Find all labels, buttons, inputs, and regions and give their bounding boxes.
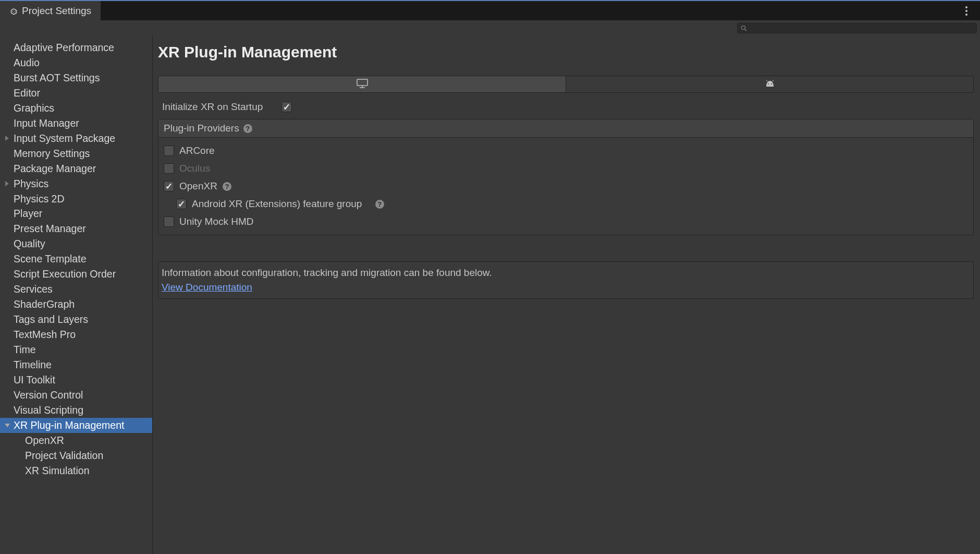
provider-openxr-label: OpenXR: [179, 180, 217, 192]
provider-openxr-checkbox[interactable]: [164, 181, 174, 191]
sidebar-item-quality[interactable]: Quality: [0, 236, 152, 251]
provider-arcore-label: ARCore: [179, 145, 215, 156]
provider-oculus-label: Oculus: [179, 163, 210, 174]
desktop-icon: [357, 79, 368, 90]
provider-mockhmd-label: Unity Mock HMD: [179, 216, 254, 227]
sidebar-item-burst-aot-settings[interactable]: Burst AOT Settings: [0, 70, 152, 86]
android-icon: [765, 80, 775, 89]
view-documentation-link[interactable]: View Documentation: [162, 282, 252, 293]
provider-androidxr-label: Android XR (Extensions) feature group: [192, 198, 362, 210]
sidebar-item-tags-and-layers[interactable]: Tags and Layers: [0, 312, 152, 327]
sidebar-item-services[interactable]: Services: [0, 282, 152, 297]
provider-arcore-checkbox[interactable]: [164, 146, 174, 156]
providers-header: Plug-in Providers ?: [158, 119, 973, 138]
svg-line-13: [773, 80, 774, 81]
sidebar-subitem-openxr[interactable]: OpenXR: [0, 433, 152, 448]
gear-icon: [9, 7, 18, 15]
provider-unity-mock-hmd: Unity Mock HMD: [164, 213, 968, 231]
help-icon[interactable]: ?: [223, 182, 231, 191]
platform-tabs: [158, 76, 974, 93]
provider-androidxr-extensions: Android XR (Extensions) feature group ?: [164, 195, 968, 213]
sidebar-item-visual-scripting[interactable]: Visual Scripting: [0, 403, 152, 418]
window-title: Project Settings: [22, 5, 91, 17]
sidebar-item-time[interactable]: Time: [0, 342, 152, 357]
initialize-xr-row: Initialize XR on Startup: [158, 93, 974, 119]
sidebar-item-timeline[interactable]: Timeline: [0, 357, 152, 372]
svg-point-1: [13, 10, 15, 13]
help-icon[interactable]: ?: [243, 124, 252, 133]
providers-panel: Plug-in Providers ? ARCore Oculus OpenXR: [158, 119, 974, 235]
kebab-menu-icon[interactable]: [960, 5, 973, 17]
info-panel: Information about configuration, trackin…: [158, 261, 974, 299]
sidebar-item-player[interactable]: Player: [0, 206, 152, 221]
sidebar-item-script-execution-order[interactable]: Script Execution Order: [0, 267, 152, 282]
sidebar-item-package-manager[interactable]: Package Manager: [0, 161, 152, 176]
sidebar-item-version-control[interactable]: Version Control: [0, 388, 152, 403]
svg-point-11: [771, 83, 772, 85]
help-icon[interactable]: ?: [375, 200, 384, 209]
svg-point-3: [965, 10, 967, 12]
svg-rect-7: [357, 79, 368, 86]
sidebar-item-preset-manager[interactable]: Preset Manager: [0, 221, 152, 236]
info-text: Information about configuration, trackin…: [162, 267, 969, 279]
sidebar-item-ui-toolkit[interactable]: UI Toolkit: [0, 372, 152, 388]
sidebar-item-input-manager[interactable]: Input Manager: [0, 116, 152, 131]
platform-tab-android[interactable]: [566, 76, 973, 92]
provider-arcore: ARCore: [164, 142, 968, 160]
platform-tab-desktop[interactable]: [158, 76, 566, 92]
sidebar: Adaptive Performance Audio Burst AOT Set…: [0, 36, 153, 554]
sidebar-item-shadergraph[interactable]: ShaderGraph: [0, 297, 152, 312]
provider-mockhmd-checkbox[interactable]: [164, 216, 174, 227]
initialize-xr-label: Initialize XR on Startup: [162, 101, 263, 113]
sidebar-item-physics-2d[interactable]: Physics 2D: [0, 191, 152, 207]
titlebar: Project Settings: [0, 0, 980, 20]
sidebar-item-audio[interactable]: Audio: [0, 55, 152, 70]
sidebar-item-graphics[interactable]: Graphics: [0, 101, 152, 116]
sidebar-item-memory-settings[interactable]: Memory Settings: [0, 146, 152, 161]
provider-oculus-checkbox: [164, 163, 174, 174]
sidebar-item-adaptive-performance[interactable]: Adaptive Performance: [0, 40, 152, 55]
provider-androidxr-checkbox[interactable]: [176, 199, 187, 209]
sidebar-subitem-xr-simulation[interactable]: XR Simulation: [0, 463, 152, 478]
sidebar-subitem-project-validation[interactable]: Project Validation: [0, 448, 152, 463]
window-tab[interactable]: Project Settings: [0, 1, 101, 20]
sidebar-item-textmesh-pro[interactable]: TextMesh Pro: [0, 327, 152, 342]
sidebar-item-xr-plugin-management[interactable]: XR Plug-in Management: [0, 418, 152, 433]
svg-point-5: [742, 26, 745, 30]
svg-point-10: [768, 83, 769, 85]
search-row: [0, 20, 980, 36]
search-input[interactable]: [737, 23, 977, 33]
provider-oculus: Oculus: [164, 160, 968, 177]
sidebar-item-input-system-package[interactable]: Input System Package: [0, 131, 152, 146]
svg-point-4: [965, 14, 967, 16]
sidebar-item-physics[interactable]: Physics: [0, 176, 152, 191]
page-title: XR Plug-in Management: [158, 43, 974, 61]
svg-line-12: [766, 80, 767, 81]
initialize-xr-checkbox[interactable]: [281, 102, 292, 112]
svg-point-2: [965, 6, 967, 8]
provider-openxr: OpenXR ?: [164, 177, 968, 195]
sidebar-item-scene-template[interactable]: Scene Template: [0, 251, 152, 267]
search-icon: [741, 25, 747, 31]
main-panel: XR Plug-in Management Initialize XR on S…: [153, 36, 980, 554]
sidebar-item-editor[interactable]: Editor: [0, 86, 152, 101]
svg-line-6: [745, 29, 746, 31]
providers-header-label: Plug-in Providers: [164, 123, 239, 134]
